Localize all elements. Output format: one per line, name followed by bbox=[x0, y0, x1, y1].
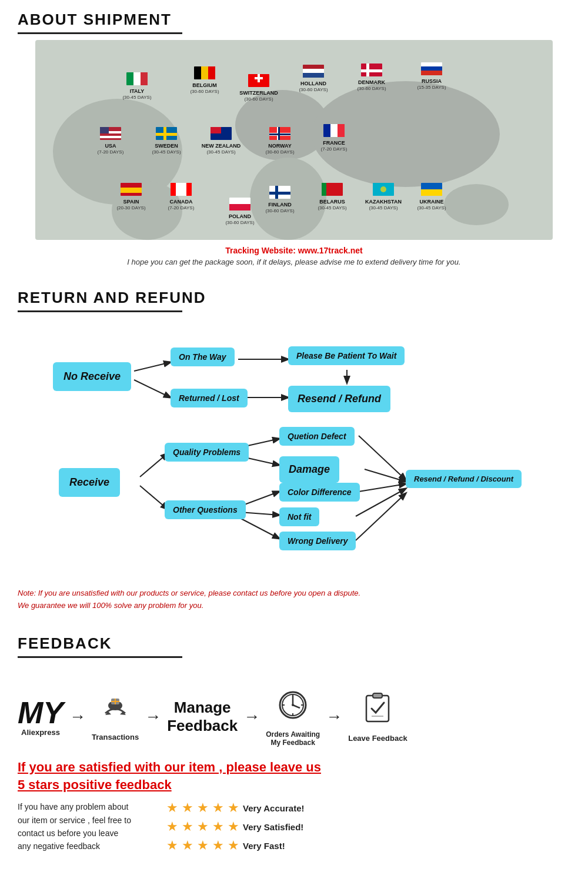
node-color-diff: Color Difference bbox=[279, 483, 360, 502]
shipment-title: ABOUT SHIPMENT bbox=[0, 0, 588, 32]
svg-text:(30-45 DAYS): (30-45 DAYS) bbox=[122, 95, 152, 100]
feedback-section: MY Aliexpress → Transactions bbox=[0, 664, 588, 869]
svg-rect-34 bbox=[421, 71, 442, 75]
svg-text:FRANCE: FRANCE bbox=[323, 140, 345, 146]
satisfied-desc: If you have any problem aboutour item or… bbox=[18, 800, 131, 853]
svg-text:(30-60 DAYS): (30-60 DAYS) bbox=[190, 89, 219, 94]
star-2-1: ★ bbox=[166, 819, 178, 834]
svg-text:(30-60 DAYS): (30-60 DAYS) bbox=[265, 208, 295, 213]
fb-orders-label: Orders AwaitingMy Feedback bbox=[266, 730, 320, 747]
fb-aliexpress-label: Aliexpress bbox=[21, 728, 60, 737]
svg-rect-91 bbox=[229, 204, 250, 211]
svg-rect-79 bbox=[322, 183, 326, 196]
svg-line-99 bbox=[140, 453, 168, 477]
refund-title: RETURN AND REFUND bbox=[0, 278, 588, 310]
node-please-wait: Please Be Patient To Wait bbox=[288, 346, 405, 365]
svg-rect-23 bbox=[303, 69, 324, 73]
node-damage: Damage bbox=[279, 456, 339, 483]
svg-text:(30-60 DAYS): (30-60 DAYS) bbox=[299, 87, 328, 92]
fb-transactions: Transactions bbox=[92, 693, 139, 741]
svg-text:BELARUS: BELARUS bbox=[319, 199, 345, 205]
node-resend-refund-discount: Resend / Refund / Discount bbox=[406, 470, 522, 488]
fb-orders-awaiting: Orders AwaitingMy Feedback bbox=[266, 687, 320, 747]
svg-rect-19 bbox=[258, 74, 260, 82]
svg-rect-49 bbox=[211, 127, 221, 133]
svg-point-6 bbox=[444, 184, 509, 225]
svg-text:(7-20 DAYS): (7-20 DAYS) bbox=[98, 149, 124, 155]
svg-rect-60 bbox=[330, 124, 338, 137]
star-label-2: Very Satisfied! bbox=[243, 822, 303, 832]
svg-rect-56 bbox=[269, 133, 290, 135]
svg-rect-13 bbox=[201, 66, 208, 79]
fb-manage: ManageFeedback bbox=[167, 699, 238, 735]
flowchart: No Receive On The Way Returned / Lost Pl… bbox=[35, 330, 553, 577]
svg-rect-39 bbox=[100, 136, 121, 138]
svg-text:CANADA: CANADA bbox=[170, 199, 193, 205]
svg-line-95 bbox=[134, 380, 171, 397]
star-label-3: Very Fast! bbox=[243, 841, 285, 851]
svg-line-107 bbox=[365, 469, 406, 482]
refund-note: Note: If you are unsatisfied with our pr… bbox=[18, 587, 570, 612]
svg-text:(30-45 DAYS): (30-45 DAYS) bbox=[417, 205, 446, 211]
svg-text:SPAIN: SPAIN bbox=[123, 199, 139, 205]
star-1-3: ★ bbox=[197, 800, 209, 816]
fb-arrow-4: → bbox=[326, 707, 342, 726]
svg-text:(15-35 DAYS): (15-35 DAYS) bbox=[417, 85, 446, 90]
fb-arrow-1: → bbox=[69, 707, 86, 726]
shipment-divider bbox=[18, 32, 182, 34]
satisfied-header: If you are satisfied with our item , ple… bbox=[18, 759, 570, 795]
node-other: Other Questions bbox=[165, 500, 246, 519]
svg-rect-40 bbox=[100, 127, 109, 133]
star-1-1: ★ bbox=[166, 800, 178, 816]
svg-rect-9 bbox=[141, 72, 148, 85]
svg-text:(30-45 DAYS): (30-45 DAYS) bbox=[152, 149, 181, 155]
svg-line-103 bbox=[240, 492, 279, 506]
star-row-2: ★ ★ ★ ★ ★ Very Satisfied! bbox=[166, 819, 305, 834]
node-wrong-delivery: Wrong Delivery bbox=[279, 532, 356, 550]
star-2-3: ★ bbox=[197, 819, 209, 834]
svg-rect-45 bbox=[156, 133, 177, 136]
clock-icon bbox=[275, 687, 310, 727]
svg-text:KAZAKHSTAN: KAZAKHSTAN bbox=[365, 199, 402, 205]
map-container: ITALY (30-45 DAYS) BELGIUM (30-60 DAYS) … bbox=[35, 40, 553, 240]
svg-text:SWEDEN: SWEDEN bbox=[155, 143, 178, 149]
svg-rect-87 bbox=[421, 189, 442, 196]
fb-arrow-3: → bbox=[243, 707, 260, 726]
svg-text:(30-45 DAYS): (30-45 DAYS) bbox=[318, 205, 347, 211]
transactions-icon bbox=[99, 693, 132, 729]
svg-text:ITALY: ITALY bbox=[130, 88, 145, 94]
svg-text:NEW ZEALAND: NEW ZEALAND bbox=[202, 143, 241, 149]
node-not-fit: Not fit bbox=[279, 507, 319, 526]
fb-leave-label: Leave Feedback bbox=[348, 734, 407, 743]
svg-text:HOLLAND: HOLLAND bbox=[300, 81, 326, 86]
star-2-4: ★ bbox=[212, 819, 224, 834]
star-2-5: ★ bbox=[228, 819, 239, 834]
node-resend-refund: Resend / Refund bbox=[288, 386, 390, 412]
clipboard-icon bbox=[362, 691, 394, 730]
manage-feedback-text: ManageFeedback bbox=[167, 699, 238, 735]
star-1-5: ★ bbox=[228, 800, 239, 816]
svg-rect-24 bbox=[303, 73, 324, 78]
node-quetion-defect: Quetion Defect bbox=[279, 427, 355, 446]
node-on-the-way: On The Way bbox=[171, 348, 235, 366]
svg-rect-61 bbox=[338, 124, 345, 137]
svg-rect-69 bbox=[171, 183, 176, 196]
stars-area: ★ ★ ★ ★ ★ Very Accurate! ★ ★ ★ ★ ★ Very … bbox=[166, 800, 305, 857]
svg-rect-14 bbox=[208, 66, 215, 79]
star-3-2: ★ bbox=[182, 838, 193, 853]
svg-rect-124 bbox=[366, 696, 389, 721]
svg-line-94 bbox=[134, 362, 171, 371]
bottom-area: If you have any problem aboutour item or… bbox=[18, 800, 570, 857]
svg-text:FINLAND: FINLAND bbox=[268, 202, 292, 208]
svg-text:NORWAY: NORWAY bbox=[268, 143, 292, 149]
svg-rect-33 bbox=[421, 66, 442, 71]
svg-line-105 bbox=[240, 518, 279, 539]
svg-text:USA: USA bbox=[105, 143, 116, 149]
star-3-3: ★ bbox=[197, 838, 209, 853]
star-3-4: ★ bbox=[212, 838, 224, 853]
refund-divider bbox=[18, 310, 182, 312]
svg-rect-8 bbox=[133, 72, 141, 85]
svg-rect-65 bbox=[121, 188, 142, 193]
svg-point-119 bbox=[292, 704, 294, 706]
fb-leave: Leave Feedback bbox=[348, 691, 407, 743]
